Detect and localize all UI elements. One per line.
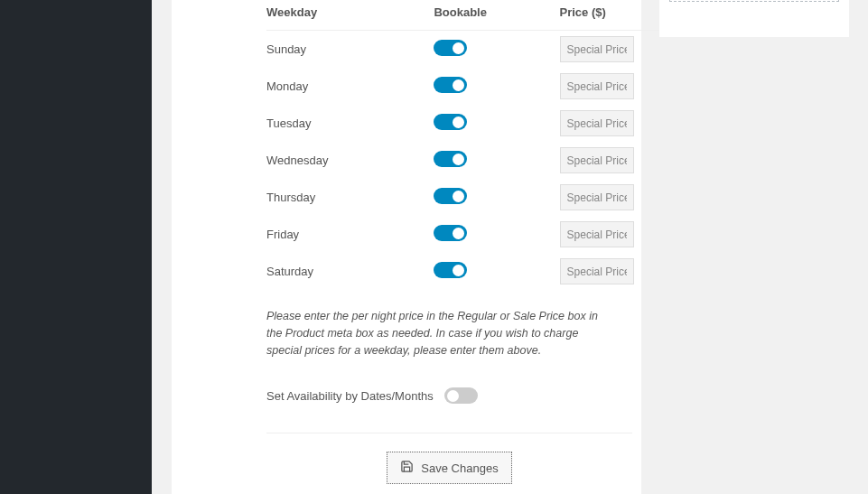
table-row: Monday (266, 68, 727, 105)
availability-row: Set Availability by Dates/Months (266, 387, 632, 404)
price-cell (560, 179, 727, 216)
bookable-cell (434, 216, 559, 253)
day-label: Thursday (266, 179, 434, 216)
bookable-cell (434, 31, 559, 69)
left-sidebar (0, 0, 152, 494)
price-cell (560, 105, 727, 142)
main-area: Weekday Bookable Price ($) SundayMondayT… (152, 0, 868, 494)
content-card: Weekday Bookable Price ($) SundayMondayT… (172, 0, 641, 494)
day-label: Tuesday (266, 105, 434, 142)
day-label: Friday (266, 216, 434, 253)
price-input[interactable] (560, 73, 634, 99)
bookable-toggle[interactable] (434, 188, 467, 204)
bookable-cell (434, 105, 559, 142)
save-icon (400, 460, 414, 476)
col-bookable: Bookable (434, 0, 559, 31)
bookable-cell (434, 179, 559, 216)
price-input[interactable] (560, 36, 634, 62)
bookable-toggle[interactable] (434, 40, 467, 56)
price-cell (560, 253, 727, 290)
table-row: Tuesday (266, 105, 727, 142)
table-row: Wednesday (266, 142, 727, 179)
pricing-note: Please enter the per night price in the … (266, 308, 601, 359)
weekday-table: Weekday Bookable Price ($) SundayMondayT… (266, 0, 727, 290)
price-cell (560, 216, 727, 253)
bookable-cell (434, 253, 559, 290)
bookable-cell (434, 68, 559, 105)
divider (266, 433, 632, 433)
price-input[interactable] (560, 221, 634, 247)
day-label: Sunday (266, 31, 434, 69)
price-input[interactable] (560, 147, 634, 173)
availability-toggle[interactable] (444, 387, 478, 404)
day-label: Wednesday (266, 142, 434, 179)
save-button-label: Save Changes (421, 461, 498, 475)
table-row: Sunday (266, 31, 727, 69)
bookable-toggle[interactable] (434, 262, 467, 278)
day-label: Monday (266, 68, 434, 105)
price-cell (560, 142, 727, 179)
save-row: Save Changes (266, 452, 632, 484)
bookable-toggle[interactable] (434, 114, 467, 130)
bookable-toggle[interactable] (434, 225, 467, 241)
price-cell (560, 68, 727, 105)
bookable-cell (434, 142, 559, 179)
availability-label: Set Availability by Dates/Months (266, 389, 434, 403)
table-row: Thursday (266, 179, 727, 216)
side-card (659, 0, 849, 37)
table-header-row: Weekday Bookable Price ($) (266, 0, 727, 31)
bookable-toggle[interactable] (434, 151, 467, 167)
table-row: Saturday (266, 253, 727, 290)
day-label: Saturday (266, 253, 434, 290)
bookable-toggle[interactable] (434, 77, 467, 93)
col-weekday: Weekday (266, 0, 434, 31)
price-input[interactable] (560, 258, 634, 284)
price-input[interactable] (560, 184, 634, 210)
side-card-placeholder (669, 0, 839, 2)
price-input[interactable] (560, 110, 634, 136)
table-row: Friday (266, 216, 727, 253)
save-button[interactable]: Save Changes (387, 452, 511, 484)
